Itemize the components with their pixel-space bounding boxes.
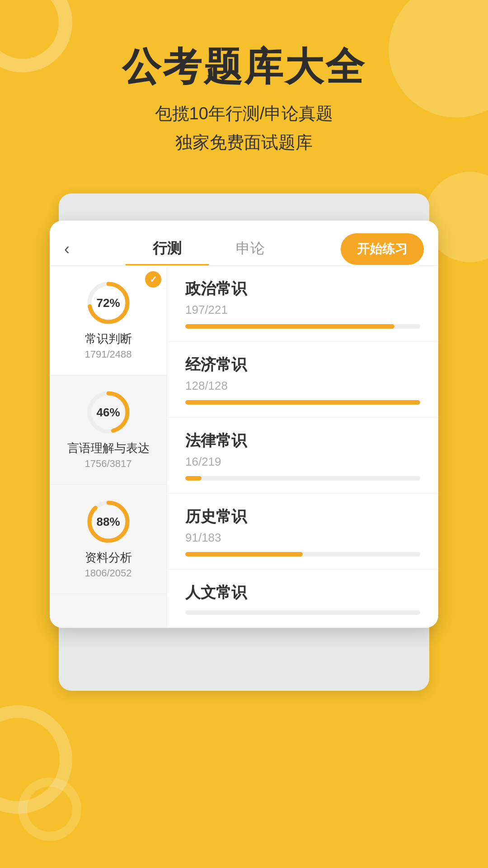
sidebar-item-2[interactable]: 88% 资料分析 1806/2052 bbox=[50, 485, 167, 594]
bg-decoration-bottom-left2 bbox=[18, 778, 81, 841]
subtitle-line2: 独家免费面试题库 bbox=[0, 128, 488, 157]
content-item-0[interactable]: 政治常识 197/221 bbox=[167, 266, 438, 342]
content-title-4: 人文常识 bbox=[185, 582, 420, 603]
back-button[interactable]: ‹ bbox=[64, 236, 77, 262]
card-body: ✓ 72% 常识判断 1791/2488 bbox=[50, 266, 438, 628]
sidebar: ✓ 72% 常识判断 1791/2488 bbox=[50, 266, 167, 628]
tab-shenlun[interactable]: 申论 bbox=[209, 233, 292, 265]
progress-circle-0: 72% bbox=[86, 280, 131, 326]
content-item-2[interactable]: 法律常识 16/219 bbox=[167, 418, 438, 494]
subtitle-line1: 包揽10年行测/申论真题 bbox=[0, 99, 488, 128]
progress-bar-fill-2 bbox=[185, 476, 202, 481]
sidebar-label-2: 资料分析 bbox=[85, 550, 132, 566]
progress-circle-2: 88% bbox=[86, 499, 131, 544]
sidebar-item-1[interactable]: 46% 言语理解与表达 1756/3817 bbox=[50, 375, 167, 485]
progress-text-1: 46% bbox=[96, 405, 120, 419]
page-title: 公考题库大全 bbox=[0, 45, 488, 88]
progress-bar-bg-2 bbox=[185, 476, 420, 481]
cards-wrapper: ‹ 行测 申论 开始练习 ✓ 72% bbox=[50, 193, 438, 736]
card-header: ‹ 行测 申论 开始练习 bbox=[50, 221, 438, 266]
content-count-1: 128/128 bbox=[185, 379, 420, 393]
progress-bar-bg-3 bbox=[185, 552, 420, 557]
content-item-4[interactable]: 人文常识 bbox=[167, 570, 438, 628]
progress-bar-bg-4 bbox=[185, 610, 420, 615]
progress-bar-fill-3 bbox=[185, 552, 303, 557]
content-title-1: 经济常识 bbox=[185, 354, 420, 375]
sidebar-count-2: 1806/2052 bbox=[85, 567, 132, 579]
sidebar-label-0: 常识判断 bbox=[85, 331, 132, 347]
tab-xinche[interactable]: 行测 bbox=[126, 233, 209, 265]
content-title-2: 法律常识 bbox=[185, 430, 420, 451]
progress-circle-1: 46% bbox=[86, 390, 131, 435]
content-count-2: 16/219 bbox=[185, 455, 420, 469]
content-count-3: 91/183 bbox=[185, 531, 420, 545]
content-title-0: 政治常识 bbox=[185, 278, 420, 299]
progress-bar-fill-0 bbox=[185, 324, 394, 329]
sidebar-item-0[interactable]: ✓ 72% 常识判断 1791/2488 bbox=[50, 266, 167, 375]
tabs-container: 行测 申论 bbox=[77, 233, 341, 265]
progress-text-2: 88% bbox=[96, 514, 120, 528]
progress-bar-bg-1 bbox=[185, 400, 420, 405]
selected-check-icon: ✓ bbox=[145, 271, 161, 288]
content-title-3: 历史常识 bbox=[185, 506, 420, 527]
sidebar-count-1: 1756/3817 bbox=[85, 458, 132, 470]
progress-text-0: 72% bbox=[96, 296, 120, 310]
page-subtitle: 包揽10年行测/申论真题 独家免费面试题库 bbox=[0, 99, 488, 157]
start-practice-button[interactable]: 开始练习 bbox=[341, 233, 424, 265]
content-item-3[interactable]: 历史常识 91/183 bbox=[167, 494, 438, 570]
header: 公考题库大全 包揽10年行测/申论真题 独家免费面试题库 bbox=[0, 0, 488, 175]
content-list: 政治常识 197/221 经济常识 128/128 法律常识 bbox=[167, 266, 438, 628]
sidebar-label-1: 言语理解与表达 bbox=[67, 440, 150, 456]
sidebar-count-0: 1791/2488 bbox=[85, 349, 132, 360]
content-item-1[interactable]: 经济常识 128/128 bbox=[167, 342, 438, 418]
content-count-0: 197/221 bbox=[185, 303, 420, 317]
card-main: ‹ 行测 申论 开始练习 ✓ 72% bbox=[50, 221, 438, 628]
progress-bar-bg-0 bbox=[185, 324, 420, 329]
progress-bar-fill-1 bbox=[185, 400, 420, 405]
